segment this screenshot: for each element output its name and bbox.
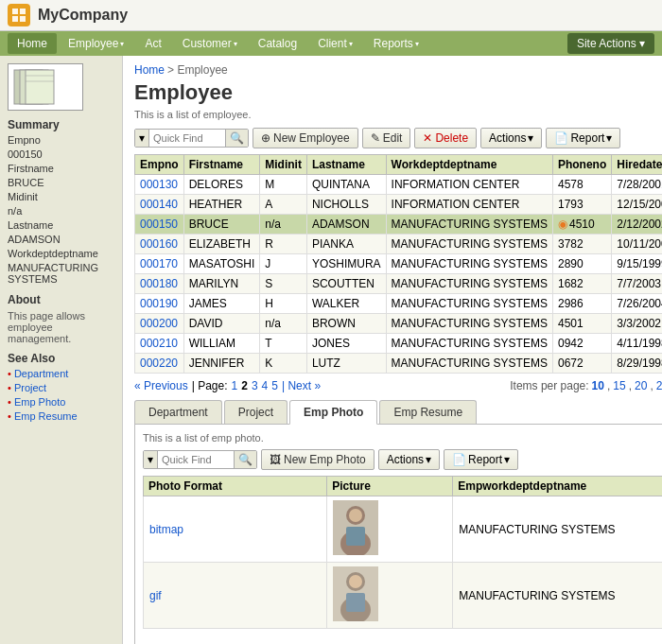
table-row[interactable]: 000220 JENNIFER K LUTZ MANUFACTURING SYS…: [135, 354, 663, 374]
sidebar-link-department[interactable]: Department: [8, 367, 114, 380]
per-page-20[interactable]: 20: [635, 379, 647, 392]
tab-emp-photo[interactable]: Emp Photo: [289, 400, 377, 425]
nav-client[interactable]: Client ▾: [308, 33, 362, 54]
sub-new-icon: 🖼: [270, 453, 281, 466]
sidebar-firstname-label: Firstname: [8, 162, 114, 175]
page-5[interactable]: 5: [271, 379, 278, 392]
sub-quick-find-input[interactable]: [158, 452, 234, 467]
cell-dept: MANUFACTURING SYSTEMS: [386, 354, 552, 374]
table-row[interactable]: 000170 MASATOSHI J YOSHIMURA MANUFACTURI…: [135, 254, 663, 274]
cell-lastname: NICHOLLS: [306, 195, 386, 215]
cell-hiredate: 8/29/1998: [612, 354, 662, 374]
page-4[interactable]: 4: [262, 379, 269, 392]
nav-reports[interactable]: Reports ▾: [364, 33, 428, 54]
new-employee-button[interactable]: ⊕ New Employee: [253, 128, 358, 148]
nav-act[interactable]: Act: [135, 33, 170, 54]
page-1[interactable]: 1: [232, 379, 238, 392]
cell-lastname: ADAMSON: [306, 215, 386, 235]
svg-point-13: [349, 509, 362, 522]
cell-midinit: J: [260, 254, 307, 274]
table-row[interactable]: 000150 BRUCE n/a ADAMSON MANUFACTURING S…: [135, 215, 663, 235]
cell-picture: [327, 496, 453, 563]
prev-page-link[interactable]: « Previous: [134, 379, 188, 392]
empno-link[interactable]: 000170: [140, 257, 178, 270]
sub-quick-find-btn[interactable]: 🔍: [234, 451, 256, 468]
per-page-10[interactable]: 10: [592, 379, 604, 392]
sidebar-link-emp-photo[interactable]: Emp Photo: [8, 395, 114, 409]
breadcrumb-current: Employee: [177, 63, 227, 77]
sub-actions-dropdown[interactable]: Actions ▾: [378, 449, 440, 470]
next-page-link[interactable]: | Next »: [282, 379, 321, 392]
empno-link[interactable]: 000220: [140, 357, 178, 370]
svg-rect-19: [346, 593, 365, 612]
cell-midinit: S: [260, 274, 307, 294]
per-page-25[interactable]: 25: [656, 379, 662, 392]
delete-button[interactable]: ✕ Delete: [414, 128, 477, 148]
cell-lastname: WALKER: [306, 294, 386, 314]
cell-midinit: n/a: [260, 215, 307, 235]
nav-employee[interactable]: Employee ▾: [59, 33, 133, 54]
tab-department[interactable]: Department: [134, 400, 222, 424]
table-row[interactable]: 000140 HEATHER A NICHOLLS INFORMATION CE…: [135, 195, 663, 215]
top-bar: MyCompany: [0, 0, 662, 31]
svg-rect-2: [20, 9, 26, 14]
quick-find-input[interactable]: [149, 131, 225, 146]
cell-firstname: DAVID: [183, 314, 260, 334]
app-title: MyCompany: [38, 7, 128, 24]
pagination: « Previous | Page: 1 2 3 4 5 | Next » It…: [134, 379, 662, 392]
svg-rect-14: [346, 527, 365, 546]
table-row[interactable]: 000180 MARILYN S SCOUTTEN MANUFACTURING …: [135, 274, 663, 294]
empno-link[interactable]: 000210: [140, 337, 178, 350]
per-page-15[interactable]: 15: [613, 379, 625, 392]
sidebar-link-project[interactable]: Project: [8, 381, 114, 394]
nav-customer[interactable]: Customer ▾: [173, 33, 247, 54]
table-row[interactable]: 000160 ELIZABETH R PIANKA MANUFACTURING …: [135, 235, 663, 254]
photo-table-row[interactable]: bitmap MANUFACTURING SYSTEMS: [144, 496, 663, 563]
svg-rect-3: [12, 16, 18, 22]
nav-catalog[interactable]: Catalog: [249, 33, 306, 54]
nav-home[interactable]: Home: [8, 33, 57, 54]
format-link[interactable]: bitmap: [149, 523, 183, 536]
empno-link[interactable]: 000180: [140, 277, 178, 290]
cell-firstname: WILLIAM: [183, 334, 260, 354]
empno-link[interactable]: 000200: [140, 317, 178, 330]
quick-find-arrow[interactable]: ▾: [135, 130, 149, 147]
actions-dropdown[interactable]: Actions ▾: [480, 128, 542, 148]
col-emp-dept: Empworkdeptdeptname: [453, 477, 662, 496]
cell-lastname: QUINTANA: [306, 175, 386, 195]
page-3[interactable]: 3: [252, 379, 258, 392]
tab-emp-resume[interactable]: Emp Resume: [379, 400, 477, 424]
format-link[interactable]: gif: [149, 589, 162, 602]
cell-dept: MANUFACTURING SYSTEMS: [386, 314, 552, 334]
quick-find-search-btn[interactable]: 🔍: [225, 130, 248, 147]
table-row[interactable]: 000190 JAMES H WALKER MANUFACTURING SYST…: [135, 294, 663, 314]
cell-phone: 1793: [552, 195, 611, 215]
col-midinit: Midinit: [260, 155, 307, 175]
sub-actions-arrow: ▾: [426, 453, 431, 466]
cell-midinit: H: [260, 294, 307, 314]
photo-table-row[interactable]: gif MANUFACTURING SYSTEMS: [144, 563, 663, 629]
breadcrumb-home[interactable]: Home: [134, 63, 165, 77]
sub-report-dropdown[interactable]: 📄 Report ▾: [444, 449, 518, 470]
edit-button[interactable]: ✎ Edit: [362, 128, 411, 148]
sidebar-workdept-label: Workdeptdeptname: [8, 247, 114, 260]
table-row[interactable]: 000210 WILLIAM T JONES MANUFACTURING SYS…: [135, 334, 663, 354]
report-dropdown[interactable]: 📄 Report ▾: [546, 128, 620, 148]
table-row[interactable]: 000130 DELORES M QUINTANA INFORMATION CE…: [135, 175, 663, 195]
new-emp-photo-button[interactable]: 🖼 New Emp Photo: [261, 449, 375, 470]
cell-midinit: M: [260, 175, 307, 195]
empno-link[interactable]: 000150: [140, 218, 178, 231]
cell-dept: MANUFACTURING SYSTEMS: [386, 274, 552, 294]
empno-link[interactable]: 000140: [140, 198, 178, 211]
sidebar-link-emp-resume[interactable]: Emp Resume: [8, 409, 114, 423]
empno-link[interactable]: 000190: [140, 297, 178, 310]
page-2: 2: [241, 379, 248, 392]
tab-project[interactable]: Project: [224, 400, 287, 424]
cell-phone: 3782: [552, 235, 611, 254]
table-row[interactable]: 000200 DAVID n/a BROWN MANUFACTURING SYS…: [135, 314, 663, 334]
sub-quick-find-arrow[interactable]: ▾: [144, 451, 158, 468]
sub-panel: This is a list of emp photo. ▾ 🔍 🖼 New E…: [134, 425, 662, 644]
site-actions-button[interactable]: Site Actions ▾: [567, 33, 654, 54]
empno-link[interactable]: 000130: [140, 178, 178, 191]
empno-link[interactable]: 000160: [140, 237, 178, 251]
